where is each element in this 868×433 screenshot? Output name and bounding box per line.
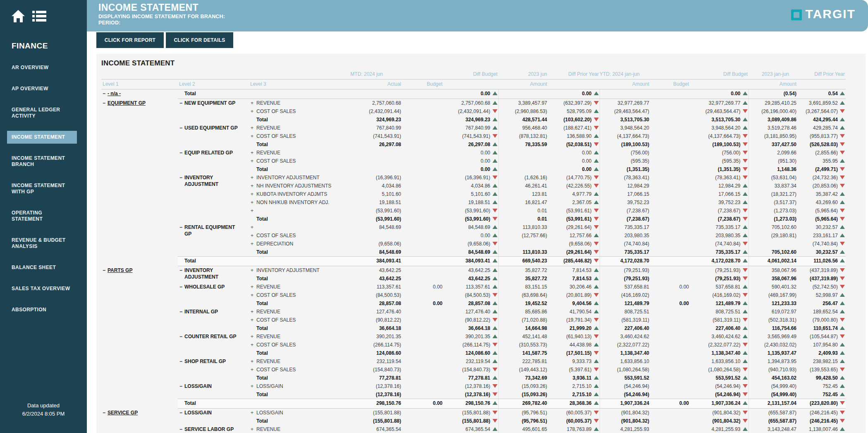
expand-icon[interactable]: +: [251, 207, 256, 215]
collapse-icon[interactable]: −: [179, 125, 184, 131]
level3-cell[interactable]: +COST OF SALES: [249, 341, 336, 349]
collapse-icon[interactable]: −: [179, 267, 184, 274]
level2-link[interactable]: WHOLESALE GP: [184, 284, 225, 290]
expand-icon[interactable]: +: [251, 332, 256, 341]
level3-cell[interactable]: +LOSS/GAIN: [249, 409, 336, 417]
level2-link[interactable]: NEW EQUIPMENT GP: [184, 100, 235, 106]
expand-icon[interactable]: +: [251, 357, 256, 366]
level1-link[interactable]: - n/a -: [108, 90, 121, 97]
expand-icon[interactable]: +: [251, 366, 256, 374]
expand-icon[interactable]: +: [251, 316, 256, 324]
expand-icon[interactable]: +: [251, 223, 256, 231]
level3-cell[interactable]: +DEPRECIATION: [249, 240, 336, 248]
level3-cell[interactable]: +COST OF SALES: [249, 157, 336, 165]
expand-icon[interactable]: +: [251, 190, 256, 198]
level3-cell[interactable]: +COST OF SALES: [249, 132, 336, 140]
level3-cell[interactable]: +NON NH/KUB INVENTORY ADJ.: [249, 198, 336, 207]
level3-cell[interactable]: +REVENUE: [249, 332, 336, 341]
sidebar-item-balance-sheet[interactable]: BALANCE SHEET: [7, 261, 77, 274]
collapse-icon[interactable]: −: [103, 100, 108, 106]
level3-cell[interactable]: +REVENUE: [249, 308, 336, 316]
level3-cell[interactable]: +COST OF SALES: [249, 366, 336, 374]
level3-cell[interactable]: +REVENUE: [249, 283, 336, 291]
expand-icon[interactable]: +: [251, 173, 256, 182]
expand-icon[interactable]: +: [251, 157, 256, 165]
level3-cell[interactable]: +COST OF SALES: [249, 291, 336, 299]
sidebar-item-income-statement[interactable]: INCOME STATEMENT: [7, 131, 77, 144]
level3-cell[interactable]: +INVENTORY ADJUSTMENT: [249, 266, 336, 275]
collapse-icon[interactable]: −: [103, 267, 108, 274]
expand-icon[interactable]: +: [251, 124, 256, 132]
collapse-icon[interactable]: −: [103, 409, 108, 416]
level2-link[interactable]: RENTAL EQUIPMENT GP: [184, 224, 239, 237]
expand-icon[interactable]: +: [251, 425, 256, 433]
expand-icon[interactable]: +: [251, 266, 256, 274]
level2-link[interactable]: EQUIP RELATED GP: [184, 149, 233, 156]
sidebar-item-income-statement-with-gp[interactable]: INCOME STATEMENT WITH GP: [7, 179, 77, 198]
level1-link[interactable]: EQUIPMENT GP: [108, 100, 146, 106]
expand-icon[interactable]: +: [251, 231, 256, 240]
expand-icon[interactable]: +: [251, 149, 256, 157]
level1-link[interactable]: SERVICE GP: [108, 409, 138, 416]
expand-icon[interactable]: +: [251, 382, 256, 390]
level1-link[interactable]: PARTS GP: [108, 267, 132, 274]
expand-icon[interactable]: +: [251, 240, 256, 248]
expand-icon[interactable]: +: [251, 308, 256, 316]
level3-cell[interactable]: +NH INVENTORY ADJUSTMENTS: [249, 182, 336, 190]
sidebar-item-absorption[interactable]: ABSORPTION: [7, 303, 77, 316]
expand-icon[interactable]: +: [251, 409, 256, 417]
level3-cell[interactable]: +REVENUE: [249, 149, 336, 157]
menu-list-icon[interactable]: [32, 10, 46, 22]
level2-link[interactable]: SERVICE LABOR GP: [184, 426, 234, 433]
expand-icon[interactable]: +: [251, 198, 256, 207]
level3-cell[interactable]: +: [249, 207, 336, 215]
collapse-icon[interactable]: −: [179, 409, 184, 416]
collapse-icon[interactable]: −: [179, 149, 184, 156]
sidebar-item-sales-tax-overview[interactable]: SALES TAX OVERVIEW: [7, 282, 77, 295]
level2-link[interactable]: USED EQUIPMENT GP: [184, 125, 238, 131]
click-for-details-button[interactable]: CLICK FOR DETAILS: [166, 32, 233, 48]
collapse-icon[interactable]: −: [179, 174, 184, 181]
expand-icon[interactable]: +: [251, 291, 256, 299]
level2-link[interactable]: SHOP RETAIL GP: [184, 358, 226, 365]
level3-cell[interactable]: +REVENUE: [249, 357, 336, 366]
expand-icon[interactable]: +: [251, 283, 256, 291]
collapse-icon[interactable]: −: [179, 100, 184, 106]
level3-cell[interactable]: +REVENUE: [249, 425, 336, 433]
expand-icon[interactable]: +: [251, 99, 256, 107]
level3-cell[interactable]: +: [249, 223, 336, 231]
expand-icon[interactable]: +: [251, 132, 256, 140]
collapse-icon[interactable]: −: [179, 308, 184, 315]
sidebar-item-revenue-budget-analysis[interactable]: REVENUE & BUDGET ANALYSIS: [7, 234, 77, 253]
expand-icon[interactable]: +: [251, 182, 256, 190]
sidebar-item-ar-overview[interactable]: AR OVERVIEW: [7, 61, 77, 74]
expand-icon[interactable]: +: [251, 341, 256, 349]
collapse-icon[interactable]: −: [103, 90, 108, 97]
level3-cell[interactable]: +COST OF SALES: [249, 231, 336, 240]
home-icon[interactable]: [11, 9, 26, 23]
level3-cell[interactable]: +COST OF SALES: [249, 316, 336, 324]
sidebar-item-general-ledger-activity[interactable]: GENERAL LEDGER ACTIVITY: [7, 103, 77, 123]
level3-cell[interactable]: +REVENUE: [249, 99, 336, 108]
collapse-icon[interactable]: −: [179, 224, 184, 231]
level3-cell[interactable]: +INVENTORY ADJUSTMENT: [249, 173, 336, 182]
collapse-icon[interactable]: −: [179, 426, 184, 433]
level2-link[interactable]: INTERNAL GP: [184, 308, 218, 315]
level2-link[interactable]: COUNTER RETAIL GP: [184, 333, 237, 340]
click-for-report-button[interactable]: CLICK FOR REPORT: [96, 32, 164, 48]
level3-cell[interactable]: +LOSS/GAIN: [249, 382, 336, 390]
collapse-icon[interactable]: −: [179, 383, 184, 390]
level3-cell[interactable]: +KUBOTA INVENTORY ADJMTS: [249, 190, 336, 198]
collapse-icon[interactable]: −: [179, 358, 184, 365]
collapse-icon[interactable]: −: [179, 333, 184, 340]
level2-link[interactable]: INVENTORY ADJUSTMENT: [184, 174, 239, 188]
level2-link[interactable]: LOSS/GAIN: [184, 409, 212, 416]
level3-cell[interactable]: +COST OF SALES: [249, 107, 336, 115]
sidebar-item-income-statement-branch[interactable]: INCOME STATEMENT BRANCH: [7, 152, 77, 171]
level3-cell[interactable]: +REVENUE: [249, 124, 336, 132]
level2-link[interactable]: LOSS/GAIN: [184, 383, 212, 390]
sidebar-item-operating-statement[interactable]: OPERATING STATEMENT: [7, 207, 77, 226]
sidebar-item-ap-overview[interactable]: AP OVERVIEW: [7, 82, 77, 95]
expand-icon[interactable]: +: [251, 107, 256, 115]
collapse-icon[interactable]: −: [179, 284, 184, 290]
